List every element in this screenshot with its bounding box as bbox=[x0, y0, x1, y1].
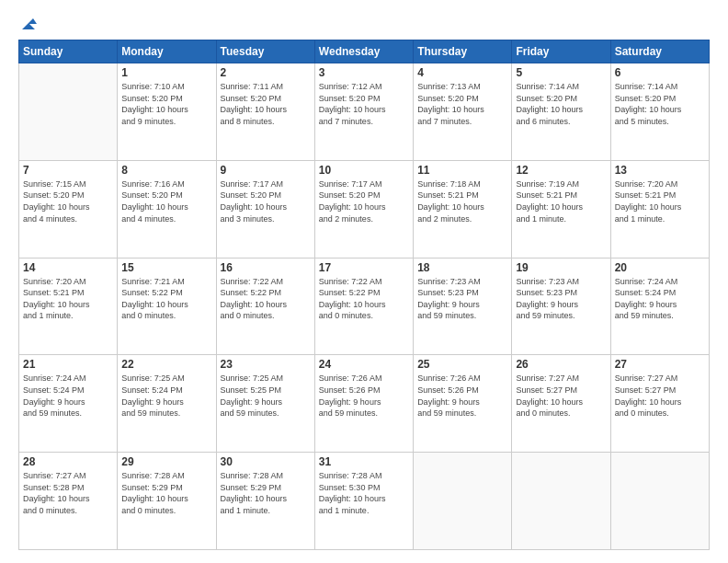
day-info: Sunrise: 7:28 AM Sunset: 5:29 PM Dayligh… bbox=[121, 470, 211, 516]
calendar-cell: 25Sunrise: 7:26 AM Sunset: 5:26 PM Dayli… bbox=[414, 355, 512, 453]
day-number: 22 bbox=[121, 358, 211, 371]
day-info: Sunrise: 7:28 AM Sunset: 5:30 PM Dayligh… bbox=[319, 470, 409, 516]
day-info: Sunrise: 7:22 AM Sunset: 5:22 PM Dayligh… bbox=[319, 276, 409, 322]
page: SundayMondayTuesdayWednesdayThursdayFrid… bbox=[0, 0, 728, 563]
day-info: Sunrise: 7:11 AM Sunset: 5:20 PM Dayligh… bbox=[221, 81, 311, 127]
day-number: 5 bbox=[516, 66, 606, 79]
week-row-1: 7Sunrise: 7:15 AM Sunset: 5:20 PM Daylig… bbox=[19, 160, 710, 258]
day-info: Sunrise: 7:21 AM Sunset: 5:22 PM Dayligh… bbox=[121, 276, 211, 322]
day-number: 29 bbox=[121, 455, 211, 468]
calendar-cell: 23Sunrise: 7:25 AM Sunset: 5:25 PM Dayli… bbox=[216, 355, 314, 453]
day-info: Sunrise: 7:20 AM Sunset: 5:21 PM Dayligh… bbox=[23, 276, 113, 322]
day-number: 10 bbox=[319, 164, 409, 177]
calendar-cell bbox=[19, 63, 118, 161]
day-number: 17 bbox=[319, 261, 409, 274]
day-info: Sunrise: 7:28 AM Sunset: 5:29 PM Dayligh… bbox=[221, 470, 311, 516]
calendar-header-tuesday: Tuesday bbox=[216, 40, 314, 63]
day-number: 11 bbox=[417, 164, 507, 177]
calendar-cell: 8Sunrise: 7:16 AM Sunset: 5:20 PM Daylig… bbox=[118, 160, 216, 258]
day-info: Sunrise: 7:23 AM Sunset: 5:23 PM Dayligh… bbox=[516, 276, 606, 322]
calendar-cell: 31Sunrise: 7:28 AM Sunset: 5:30 PM Dayli… bbox=[314, 453, 413, 550]
day-info: Sunrise: 7:14 AM Sunset: 5:20 PM Dayligh… bbox=[516, 81, 606, 127]
calendar-header-wednesday: Wednesday bbox=[314, 40, 413, 63]
day-number: 19 bbox=[516, 261, 606, 274]
day-info: Sunrise: 7:16 AM Sunset: 5:20 PM Dayligh… bbox=[121, 178, 211, 224]
day-number: 2 bbox=[221, 66, 311, 79]
calendar-cell: 10Sunrise: 7:17 AM Sunset: 5:20 PM Dayli… bbox=[314, 160, 413, 258]
calendar-header-row: SundayMondayTuesdayWednesdayThursdayFrid… bbox=[19, 40, 710, 63]
calendar-header-saturday: Saturday bbox=[610, 40, 709, 63]
day-number: 3 bbox=[319, 66, 409, 79]
calendar-cell: 30Sunrise: 7:28 AM Sunset: 5:29 PM Dayli… bbox=[216, 453, 314, 550]
calendar-cell: 26Sunrise: 7:27 AM Sunset: 5:27 PM Dayli… bbox=[512, 355, 610, 453]
calendar-cell: 20Sunrise: 7:24 AM Sunset: 5:24 PM Dayli… bbox=[610, 258, 709, 355]
calendar-cell: 17Sunrise: 7:22 AM Sunset: 5:22 PM Dayli… bbox=[314, 258, 413, 355]
day-info: Sunrise: 7:25 AM Sunset: 5:24 PM Dayligh… bbox=[121, 373, 211, 419]
calendar-cell: 29Sunrise: 7:28 AM Sunset: 5:29 PM Dayli… bbox=[118, 453, 216, 550]
day-number: 20 bbox=[615, 261, 705, 274]
calendar-cell: 28Sunrise: 7:27 AM Sunset: 5:28 PM Dayli… bbox=[19, 453, 118, 550]
day-info: Sunrise: 7:27 AM Sunset: 5:28 PM Dayligh… bbox=[23, 470, 113, 516]
day-number: 24 bbox=[319, 358, 409, 371]
day-info: Sunrise: 7:19 AM Sunset: 5:21 PM Dayligh… bbox=[516, 178, 606, 224]
svg-marker-0 bbox=[22, 18, 37, 29]
logo bbox=[18, 17, 37, 30]
calendar-cell: 21Sunrise: 7:24 AM Sunset: 5:24 PM Dayli… bbox=[19, 355, 118, 453]
day-number: 8 bbox=[121, 164, 211, 177]
day-info: Sunrise: 7:27 AM Sunset: 5:27 PM Dayligh… bbox=[615, 373, 705, 419]
day-info: Sunrise: 7:13 AM Sunset: 5:20 PM Dayligh… bbox=[417, 81, 507, 127]
day-number: 26 bbox=[516, 358, 606, 371]
day-info: Sunrise: 7:27 AM Sunset: 5:27 PM Dayligh… bbox=[516, 373, 606, 419]
day-number: 7 bbox=[23, 164, 113, 177]
day-number: 16 bbox=[221, 261, 311, 274]
logo-bird-icon bbox=[20, 17, 37, 31]
day-info: Sunrise: 7:10 AM Sunset: 5:20 PM Dayligh… bbox=[121, 81, 211, 127]
calendar-cell: 24Sunrise: 7:26 AM Sunset: 5:26 PM Dayli… bbox=[314, 355, 413, 453]
calendar-cell: 12Sunrise: 7:19 AM Sunset: 5:21 PM Dayli… bbox=[512, 160, 610, 258]
calendar-cell: 14Sunrise: 7:20 AM Sunset: 5:21 PM Dayli… bbox=[19, 258, 118, 355]
calendar-cell: 2Sunrise: 7:11 AM Sunset: 5:20 PM Daylig… bbox=[216, 63, 314, 161]
calendar-cell: 15Sunrise: 7:21 AM Sunset: 5:22 PM Dayli… bbox=[118, 258, 216, 355]
day-info: Sunrise: 7:23 AM Sunset: 5:23 PM Dayligh… bbox=[417, 276, 507, 322]
calendar-cell bbox=[414, 453, 512, 550]
calendar-cell bbox=[512, 453, 610, 550]
calendar-cell: 11Sunrise: 7:18 AM Sunset: 5:21 PM Dayli… bbox=[414, 160, 512, 258]
calendar-header-friday: Friday bbox=[512, 40, 610, 63]
calendar-cell: 19Sunrise: 7:23 AM Sunset: 5:23 PM Dayli… bbox=[512, 258, 610, 355]
day-info: Sunrise: 7:26 AM Sunset: 5:26 PM Dayligh… bbox=[417, 373, 507, 419]
calendar-cell: 13Sunrise: 7:20 AM Sunset: 5:21 PM Dayli… bbox=[610, 160, 709, 258]
day-info: Sunrise: 7:20 AM Sunset: 5:21 PM Dayligh… bbox=[615, 178, 705, 224]
day-info: Sunrise: 7:22 AM Sunset: 5:22 PM Dayligh… bbox=[221, 276, 311, 322]
calendar-cell: 3Sunrise: 7:12 AM Sunset: 5:20 PM Daylig… bbox=[314, 63, 413, 161]
calendar-cell: 16Sunrise: 7:22 AM Sunset: 5:22 PM Dayli… bbox=[216, 258, 314, 355]
day-info: Sunrise: 7:14 AM Sunset: 5:20 PM Dayligh… bbox=[615, 81, 705, 127]
day-number: 23 bbox=[221, 358, 311, 371]
day-number: 4 bbox=[417, 66, 507, 79]
day-info: Sunrise: 7:12 AM Sunset: 5:20 PM Dayligh… bbox=[319, 81, 409, 127]
calendar-cell: 18Sunrise: 7:23 AM Sunset: 5:23 PM Dayli… bbox=[414, 258, 512, 355]
day-number: 1 bbox=[121, 66, 211, 79]
day-info: Sunrise: 7:24 AM Sunset: 5:24 PM Dayligh… bbox=[23, 373, 113, 419]
calendar-table: SundayMondayTuesdayWednesdayThursdayFrid… bbox=[18, 40, 710, 550]
day-number: 6 bbox=[615, 66, 705, 79]
calendar-cell: 22Sunrise: 7:25 AM Sunset: 5:24 PM Dayli… bbox=[118, 355, 216, 453]
calendar-cell: 6Sunrise: 7:14 AM Sunset: 5:20 PM Daylig… bbox=[610, 63, 709, 161]
day-number: 30 bbox=[221, 455, 311, 468]
header bbox=[18, 17, 710, 30]
day-info: Sunrise: 7:24 AM Sunset: 5:24 PM Dayligh… bbox=[615, 276, 705, 322]
calendar-cell: 7Sunrise: 7:15 AM Sunset: 5:20 PM Daylig… bbox=[19, 160, 118, 258]
calendar-cell: 1Sunrise: 7:10 AM Sunset: 5:20 PM Daylig… bbox=[118, 63, 216, 161]
day-number: 9 bbox=[221, 164, 311, 177]
day-info: Sunrise: 7:17 AM Sunset: 5:20 PM Dayligh… bbox=[319, 178, 409, 224]
week-row-0: 1Sunrise: 7:10 AM Sunset: 5:20 PM Daylig… bbox=[19, 63, 710, 161]
day-number: 21 bbox=[23, 358, 113, 371]
week-row-4: 28Sunrise: 7:27 AM Sunset: 5:28 PM Dayli… bbox=[19, 453, 710, 550]
week-row-3: 21Sunrise: 7:24 AM Sunset: 5:24 PM Dayli… bbox=[19, 355, 710, 453]
day-info: Sunrise: 7:26 AM Sunset: 5:26 PM Dayligh… bbox=[319, 373, 409, 419]
day-number: 15 bbox=[121, 261, 211, 274]
day-info: Sunrise: 7:15 AM Sunset: 5:20 PM Dayligh… bbox=[23, 178, 113, 224]
day-number: 31 bbox=[319, 455, 409, 468]
day-number: 25 bbox=[417, 358, 507, 371]
day-number: 13 bbox=[615, 164, 705, 177]
day-number: 14 bbox=[23, 261, 113, 274]
